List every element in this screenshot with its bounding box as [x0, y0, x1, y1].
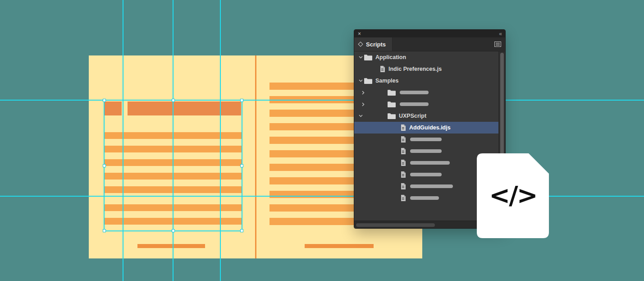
chevron-down-icon[interactable]	[357, 79, 364, 82]
selected-text-frame[interactable]	[104, 100, 242, 231]
tree-row-label: Application	[375, 54, 406, 60]
tree-row-application[interactable]: Application	[354, 51, 505, 63]
script-file-icon	[400, 124, 406, 131]
canvas: × « Scripts Application	[0, 0, 644, 281]
tree-row-label: Samples	[375, 78, 398, 84]
script-file-icon	[400, 171, 406, 178]
folder-icon	[388, 101, 396, 107]
selection-handle[interactable]	[240, 164, 243, 167]
folder-icon	[388, 113, 396, 119]
guide-horizontal[interactable]	[0, 100, 644, 101]
placeholder-bar	[410, 149, 442, 153]
tree-row-addguides-selected[interactable]: AddGuides.idjs	[354, 122, 505, 134]
tree-row-samples[interactable]: Samples	[354, 75, 505, 87]
folder-icon	[388, 90, 396, 96]
chevron-down-icon[interactable]	[357, 56, 364, 59]
script-file-icon	[400, 136, 406, 143]
tab-diamond-icon	[358, 41, 363, 46]
tree-row-label: Indic Preferences.js	[388, 66, 442, 72]
tab-label: Scripts	[366, 41, 386, 48]
tree-row-folder[interactable]	[354, 87, 505, 98]
placeholder-bar	[400, 102, 429, 106]
selection-handle[interactable]	[240, 229, 243, 232]
tree-row-uxpscript[interactable]: UXPScript	[354, 110, 505, 122]
placeholder-bar	[410, 184, 453, 188]
panel-title-bar: × «	[354, 30, 505, 37]
placeholder-bar	[410, 138, 442, 141]
close-icon[interactable]: ×	[358, 31, 361, 37]
tree-row-script[interactable]	[354, 134, 505, 145]
tree-row-label: UXPScript	[399, 113, 426, 119]
chevron-right-icon[interactable]	[360, 102, 367, 106]
code-glyph: </>	[477, 180, 549, 210]
horizontal-scrollbar-thumb[interactable]	[356, 223, 435, 227]
selection-handle[interactable]	[103, 164, 106, 167]
chevron-down-icon[interactable]	[357, 115, 364, 117]
tree-row-folder[interactable]	[354, 98, 505, 110]
caption-bar	[137, 244, 205, 248]
collapse-icon[interactable]: «	[499, 31, 502, 37]
tree-row-label: AddGuides.idjs	[409, 124, 451, 131]
selection-handle[interactable]	[172, 229, 175, 232]
page-spine	[255, 55, 256, 258]
script-file-icon	[400, 195, 406, 201]
panel-menu-icon[interactable]	[494, 41, 501, 47]
folder-icon	[364, 78, 372, 84]
script-file-icon	[400, 183, 406, 189]
code-file-badge: </>	[477, 153, 549, 238]
placeholder-bar	[400, 91, 429, 94]
selection-handle[interactable]	[103, 99, 106, 102]
selection-handle[interactable]	[172, 99, 175, 102]
chevron-right-icon[interactable]	[360, 91, 367, 95]
tab-scripts[interactable]: Scripts	[354, 37, 393, 51]
placeholder-bar	[410, 161, 450, 165]
selection-handle[interactable]	[103, 229, 106, 232]
tree-row-script[interactable]: Indic Preferences.js	[354, 63, 505, 75]
caption-bar	[305, 244, 374, 248]
panel-tab-bar: Scripts	[354, 37, 505, 51]
placeholder-bar	[410, 173, 442, 176]
script-file-icon	[400, 160, 406, 166]
placeholder-bar	[410, 196, 439, 200]
folder-icon	[364, 55, 372, 60]
script-file-icon	[379, 66, 385, 72]
selection-handle[interactable]	[240, 99, 243, 102]
script-file-icon	[400, 148, 406, 154]
